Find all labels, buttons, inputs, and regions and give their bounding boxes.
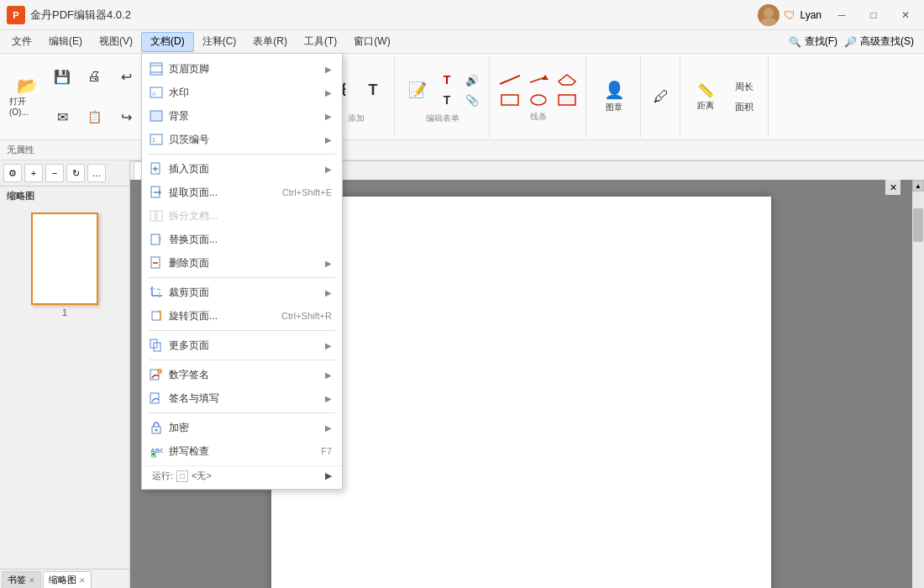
separator-1 bbox=[149, 154, 335, 155]
menu-more-pages[interactable]: 更多页面 ▶ bbox=[142, 333, 342, 357]
svg-rect-14 bbox=[150, 111, 162, 121]
background-icon bbox=[149, 108, 164, 123]
svg-rect-24 bbox=[157, 211, 162, 221]
svg-rect-23 bbox=[150, 211, 155, 221]
encrypt-arrow: ▶ bbox=[325, 423, 332, 433]
menu-watermark[interactable]: A 水印 ▶ bbox=[142, 81, 342, 104]
running-label: 运行: bbox=[152, 470, 173, 482]
menu-sign-fill[interactable]: 签名与填写 ▶ bbox=[142, 386, 342, 410]
svg-text:✓: ✓ bbox=[158, 369, 161, 374]
menu-digital-sign[interactable]: ✓ 数字签名 ▶ bbox=[142, 363, 342, 386]
dropdown-menu: 页眉页脚 ▶ A 水印 ▶ 背景 ▶ 1 贝茨编号 ▶ 插入页面 ▶ bbox=[141, 53, 343, 490]
more-pages-icon bbox=[149, 338, 164, 353]
spellcheck-icon: ABC bbox=[149, 444, 164, 459]
insert-page-icon bbox=[149, 161, 164, 176]
svg-text:1: 1 bbox=[152, 137, 155, 143]
svg-rect-25 bbox=[151, 234, 160, 244]
menu-split-doc: 拆分文档... bbox=[142, 204, 342, 228]
rotate-page-icon bbox=[149, 308, 164, 323]
bates-arrow: ▶ bbox=[325, 135, 332, 144]
menu-spellcheck[interactable]: ABC 拼写检查 F7 bbox=[142, 439, 342, 463]
encrypt-icon bbox=[149, 420, 164, 435]
menu-background[interactable]: 背景 ▶ bbox=[142, 104, 342, 128]
menu-encrypt[interactable]: 加密 ▶ bbox=[142, 416, 342, 439]
menu-replace-page[interactable]: 替换页面... bbox=[142, 228, 342, 251]
separator-5 bbox=[149, 412, 335, 413]
extract-page-icon bbox=[149, 185, 164, 200]
menu-bates-number[interactable]: 1 贝茨编号 ▶ bbox=[142, 128, 342, 151]
digital-sign-icon: ✓ bbox=[149, 367, 164, 382]
bates-icon: 1 bbox=[149, 132, 164, 147]
replace-page-icon bbox=[149, 232, 164, 247]
running-arrow: ▶ bbox=[325, 470, 332, 481]
crop-page-icon bbox=[149, 285, 164, 300]
split-doc-icon bbox=[149, 208, 164, 223]
more-pages-arrow: ▶ bbox=[325, 341, 332, 350]
watermark-icon: A bbox=[149, 85, 164, 100]
delete-page-icon bbox=[149, 255, 164, 270]
menu-extract-page[interactable]: 提取页面... Ctrl+Shift+E bbox=[142, 181, 342, 204]
running-value: <无> bbox=[192, 470, 212, 482]
svg-rect-9 bbox=[150, 63, 162, 75]
menu-crop-page[interactable]: 裁剪页面 ▶ bbox=[142, 281, 342, 304]
watermark-arrow: ▶ bbox=[325, 88, 332, 97]
menu-running-bar: 运行: □ <无> ▶ bbox=[142, 465, 342, 486]
svg-point-41 bbox=[155, 429, 158, 432]
delete-page-arrow: ▶ bbox=[325, 259, 332, 268]
digital-sign-arrow: ▶ bbox=[325, 370, 332, 380]
svg-rect-39 bbox=[150, 393, 159, 403]
background-arrow: ▶ bbox=[325, 112, 332, 121]
dropdown-overlay[interactable] bbox=[0, 0, 924, 588]
insert-page-arrow: ▶ bbox=[325, 165, 332, 174]
header-footer-icon bbox=[149, 61, 164, 76]
separator-3 bbox=[149, 330, 335, 331]
header-footer-arrow: ▶ bbox=[325, 65, 332, 74]
sign-fill-icon bbox=[149, 391, 164, 406]
svg-text:A: A bbox=[152, 91, 156, 97]
svg-rect-32 bbox=[152, 312, 160, 320]
separator-4 bbox=[149, 360, 335, 360]
separator-2 bbox=[149, 277, 335, 278]
menu-delete-page[interactable]: 删除页面 ▶ bbox=[142, 251, 342, 275]
menu-header-footer[interactable]: 页眉页脚 ▶ bbox=[142, 57, 342, 81]
crop-page-arrow: ▶ bbox=[325, 288, 332, 297]
menu-insert-page[interactable]: 插入页面 ▶ bbox=[142, 157, 342, 181]
menu-rotate-page[interactable]: 旋转页面... Ctrl+Shift+R bbox=[142, 304, 342, 328]
sign-fill-arrow: ▶ bbox=[325, 394, 332, 403]
running-icon: □ bbox=[176, 470, 188, 482]
